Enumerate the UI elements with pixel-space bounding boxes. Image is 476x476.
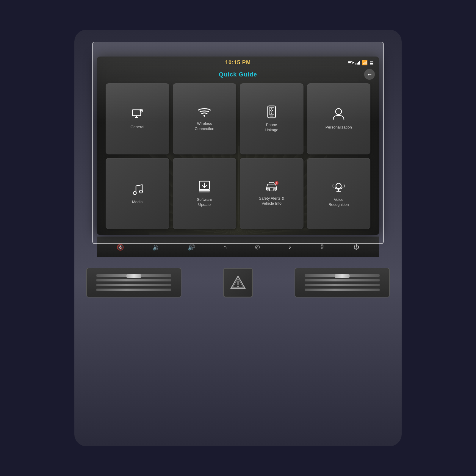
controls-bar: 🔇 🔉 🔊 ⌂ ✆ ♪ 🎙 ⏻ xyxy=(97,237,379,257)
vent-slat xyxy=(305,284,380,286)
general-label: General xyxy=(131,125,144,130)
monitor-gear-icon xyxy=(131,108,144,122)
title-bar: Quick Guide ↩ xyxy=(97,68,379,80)
right-vent xyxy=(295,268,390,298)
svg-point-35 xyxy=(237,286,239,287)
svg-point-5 xyxy=(141,110,142,111)
svg-text:!: ! xyxy=(276,182,277,185)
menu-item-personalization[interactable]: Personalization xyxy=(307,83,371,154)
home-button[interactable]: ⌂ xyxy=(220,241,231,253)
vent-knob-left[interactable] xyxy=(126,274,141,278)
hazard-icon xyxy=(230,274,246,291)
car-surround: 10:15 PM xyxy=(74,30,402,446)
svg-rect-0 xyxy=(132,110,141,116)
vent-slat xyxy=(96,284,172,286)
battery-icon xyxy=(348,61,354,64)
status-icons: 📶 ⬓ xyxy=(348,60,373,65)
signal-icon xyxy=(356,60,360,65)
phone-label: Phone Linkage xyxy=(265,123,278,133)
mute-button[interactable]: 🔇 xyxy=(113,241,128,253)
time-display: 10:15 PM xyxy=(225,60,251,66)
screen-title: Quick Guide xyxy=(219,71,257,78)
vent-slats-right xyxy=(305,274,380,291)
vent-slat xyxy=(305,279,380,281)
safety-alerts-label: Safety Alerts & Vehicle Info xyxy=(259,196,284,206)
menu-item-voice[interactable]: Voice Recognition xyxy=(307,158,371,229)
personalization-label: Personalization xyxy=(325,125,352,130)
wifi-large-icon xyxy=(198,107,211,119)
vent-knob-right[interactable] xyxy=(335,274,350,278)
vent-slat xyxy=(96,289,172,291)
person-icon xyxy=(333,108,345,123)
music-icon xyxy=(131,182,143,197)
menu-item-media[interactable]: Media xyxy=(106,158,169,229)
vents-row xyxy=(74,262,402,303)
wireless-label: Wireless Connection xyxy=(195,121,214,131)
svg-point-29 xyxy=(336,183,341,189)
bluetooth-icon: ⬓ xyxy=(369,60,373,65)
media-label: Media xyxy=(132,200,143,205)
svg-point-10 xyxy=(203,115,205,117)
vent-slat xyxy=(96,279,172,281)
volume-up-button[interactable]: 🔊 xyxy=(184,241,199,253)
back-button[interactable]: ↩ xyxy=(364,69,375,80)
voice-button[interactable]: 🎙 xyxy=(316,241,329,253)
menu-item-software-update[interactable]: Software Update xyxy=(173,158,237,229)
wifi-icon: 📶 xyxy=(362,60,368,65)
vent-slat xyxy=(305,289,380,291)
menu-item-safety-alerts[interactable]: ! Safety Alerts & Vehicle Info xyxy=(240,158,303,229)
menu-item-general[interactable]: General xyxy=(106,83,169,154)
hazard-button[interactable] xyxy=(223,268,253,298)
vent-slat xyxy=(96,274,172,277)
power-button[interactable]: ⏻ xyxy=(350,241,363,253)
left-vent xyxy=(86,268,181,298)
vent-slat xyxy=(305,274,380,277)
menu-item-wireless[interactable]: Wireless Connection xyxy=(173,83,237,154)
menu-item-phone[interactable]: Phone Linkage xyxy=(240,83,303,154)
phone-button[interactable]: ✆ xyxy=(251,241,264,253)
menu-grid: General Wireless Connection xyxy=(97,80,379,235)
voice-recognition-label: Voice Recognition xyxy=(328,197,349,207)
svg-point-16 xyxy=(133,192,136,195)
voice-recognition-icon xyxy=(332,180,345,195)
car-alert-icon: ! xyxy=(264,181,279,194)
download-icon xyxy=(198,180,211,195)
software-update-label: Software Update xyxy=(197,197,212,207)
phone-link-icon xyxy=(267,105,276,120)
music-button[interactable]: ♪ xyxy=(285,241,295,253)
vent-slats-left xyxy=(96,274,172,291)
svg-point-15 xyxy=(336,109,342,115)
volume-down-button[interactable]: 🔉 xyxy=(149,241,163,253)
infotainment-screen: 10:15 PM xyxy=(97,57,379,235)
status-bar: 10:15 PM xyxy=(97,57,379,68)
